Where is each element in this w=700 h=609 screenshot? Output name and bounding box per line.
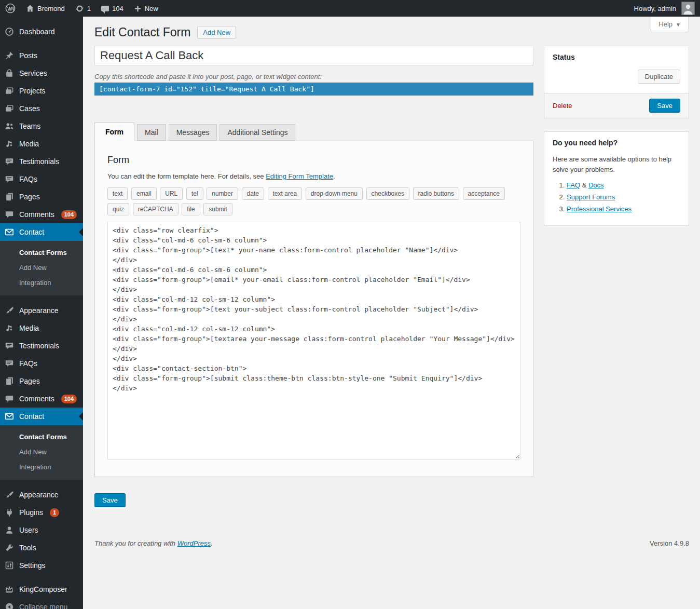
help-option-professional-services: Professional Services	[567, 205, 680, 213]
pages-icon	[4, 192, 15, 201]
tag-button-date[interactable]: date	[242, 187, 264, 200]
menu-separator	[0, 574, 83, 580]
comment-count: 104	[112, 5, 123, 12]
help-option-faq-docs: FAQ & Docs	[567, 181, 680, 189]
sidebar-item-media[interactable]: Media	[0, 135, 83, 153]
sidebar-item-appearance[interactable]: Appearance	[0, 302, 83, 319]
sidebar-item-teams[interactable]: Teams	[0, 117, 83, 135]
site-name: Bremond	[37, 5, 65, 12]
delete-link[interactable]: Delete	[553, 102, 572, 110]
tag-button-quiz[interactable]: quiz	[107, 203, 129, 215]
sidebar-item-pages[interactable]: Pages	[0, 188, 83, 206]
sidebar-item-appearance-2[interactable]: Appearance	[0, 486, 83, 504]
user-icon	[4, 525, 15, 535]
form-template-editor[interactable]: <div class="row clearfix"> <div class="c…	[107, 222, 520, 459]
duplicate-button[interactable]: Duplicate	[638, 70, 680, 84]
form-title-input[interactable]	[94, 46, 533, 65]
new-content-menu[interactable]: New	[129, 0, 163, 17]
pin-icon	[4, 51, 15, 60]
sidebar-item-comments-2[interactable]: Comments 104	[0, 390, 83, 408]
wrench-icon	[4, 543, 15, 552]
status-box: Status Duplicate Delete Save	[544, 46, 689, 118]
sidebar-item-settings[interactable]: Settings	[0, 557, 83, 574]
sidebar-item-testimonials[interactable]: Testimonials	[0, 153, 83, 170]
collapse-arrow-icon	[4, 602, 15, 609]
sidebar-item-faqs-2[interactable]: FAQs	[0, 355, 83, 372]
tag-button-radio-buttons[interactable]: radio buttons	[413, 187, 459, 200]
submenu-item-contact-forms[interactable]: Contact Forms	[0, 245, 83, 260]
sidebar-item-collapse-menu[interactable]: Collapse menu	[0, 598, 83, 609]
sidebar-item-comments[interactable]: Comments 104	[0, 206, 83, 223]
comment-icon	[4, 210, 15, 219]
submenu-item-add-new[interactable]: Add New	[0, 260, 83, 275]
sidebar-item-dashboard[interactable]: Dashboard	[0, 23, 83, 40]
sidebar-item-plugins[interactable]: Plugins 1	[0, 504, 83, 521]
updates-icon	[75, 4, 84, 13]
sidebar-item-posts[interactable]: Posts	[0, 47, 83, 64]
updates-menu[interactable]: 1	[70, 0, 96, 17]
sidebar-item-services[interactable]: Services	[0, 64, 83, 82]
wordpress-logo-menu[interactable]	[0, 0, 21, 17]
docs-link[interactable]: Docs	[588, 181, 604, 189]
tag-button-text-area[interactable]: text area	[268, 187, 303, 200]
submenu-item-integration[interactable]: Integration	[0, 275, 83, 290]
site-name-menu[interactable]: Bremond	[21, 0, 70, 17]
brush-icon	[4, 490, 15, 499]
sidebar-item-users[interactable]: Users	[0, 521, 83, 539]
support-forums-link[interactable]: Support Forums	[567, 193, 615, 201]
status-save-button[interactable]: Save	[649, 99, 680, 113]
tag-button-file[interactable]: file	[182, 203, 200, 215]
submenu-item-add-new-2[interactable]: Add New	[0, 444, 83, 459]
sidebar-item-faqs[interactable]: FAQs	[0, 170, 83, 188]
tab-additional-settings[interactable]: Additional Settings	[219, 124, 295, 141]
status-box-title: Status	[544, 46, 689, 61]
sidebar-item-media-2[interactable]: Media	[0, 319, 83, 337]
tag-button-url[interactable]: URL	[160, 187, 183, 200]
briefcase-icon	[4, 69, 15, 78]
help-option-support-forums: Support Forums	[567, 193, 680, 201]
tab-messages[interactable]: Messages	[169, 124, 217, 141]
submenu-item-integration-2[interactable]: Integration	[0, 459, 83, 475]
sidebar-item-contact-2[interactable]: Contact	[0, 408, 83, 425]
sidebar-item-cases[interactable]: Cases	[0, 100, 83, 117]
tag-button-acceptance[interactable]: acceptance	[463, 187, 505, 200]
add-new-button[interactable]: Add New	[197, 26, 236, 39]
comment-icon	[4, 394, 15, 403]
tag-button-number[interactable]: number	[207, 187, 238, 200]
shortcode-field[interactable]: [contact-form-7 id="152" title="Request …	[94, 83, 533, 96]
tag-button-submit[interactable]: submit	[203, 203, 232, 215]
dashboard-icon	[4, 27, 15, 36]
help-box-title: Do you need help?	[544, 132, 689, 147]
sidebar-item-contact[interactable]: Contact	[0, 223, 83, 241]
home-icon	[26, 4, 34, 12]
settings-icon	[4, 561, 15, 570]
tag-button-tel[interactable]: tel	[186, 187, 203, 200]
sidebar-item-tools[interactable]: Tools	[0, 539, 83, 557]
tag-button-text[interactable]: text	[107, 187, 128, 200]
tag-button-email[interactable]: email	[131, 187, 157, 200]
professional-services-link[interactable]: Professional Services	[567, 205, 632, 213]
account-menu[interactable]: Howdy, admin	[629, 0, 700, 17]
wordpress-link[interactable]: WordPress	[177, 539, 211, 547]
admin-footer: Thank you for creating with WordPress. V…	[94, 539, 689, 558]
tab-form[interactable]: Form	[94, 123, 134, 141]
tag-button-recaptcha[interactable]: reCAPTCHA	[133, 203, 179, 215]
images-icon	[4, 86, 15, 96]
tab-mail[interactable]: Mail	[137, 124, 166, 141]
sidebar-item-projects[interactable]: Projects	[0, 82, 83, 100]
new-label: New	[145, 5, 158, 12]
tag-button-drop-down-menu[interactable]: drop-down menu	[306, 187, 363, 200]
editing-form-template-link[interactable]: Editing Form Template	[266, 172, 333, 180]
groups-icon	[4, 121, 15, 131]
tag-button-checkboxes[interactable]: checkboxes	[366, 187, 409, 200]
comments-menu[interactable]: 104	[96, 0, 129, 17]
sidebar-item-kingcomposer[interactable]: KingComposer	[0, 580, 83, 598]
help-options-list: FAQ & Docs Support Forums Professional S…	[553, 181, 680, 213]
sidebar-item-pages-2[interactable]: Pages	[0, 372, 83, 390]
save-button[interactable]: Save	[94, 493, 126, 507]
tag-generator-buttons: text email URL tel number date text area…	[107, 187, 520, 219]
sidebar-item-testimonials-2[interactable]: Testimonials	[0, 337, 83, 355]
admin-sidebar: Dashboard Posts Services Projects Cases …	[0, 17, 83, 609]
faq-link[interactable]: FAQ	[567, 181, 580, 189]
submenu-item-contact-forms-2[interactable]: Contact Forms	[0, 429, 83, 444]
